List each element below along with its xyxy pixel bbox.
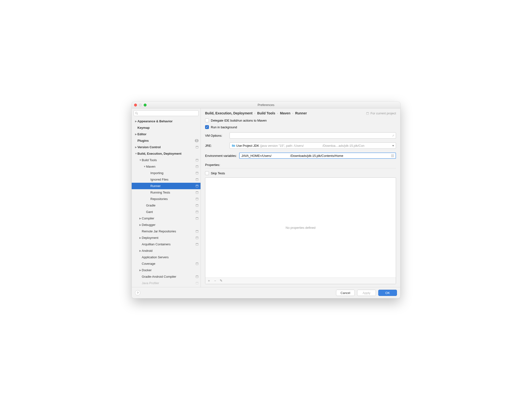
ok-button[interactable]: OK: [378, 290, 397, 296]
chevron-right-icon: ▶: [134, 133, 137, 135]
crumb-build-execution-deployment[interactable]: Build, Execution, Deployment: [205, 111, 253, 115]
tree-item-application-servers[interactable]: ▶Application Servers: [132, 254, 201, 260]
tree-item-appearance-behavior[interactable]: ▶Appearance & Behavior: [132, 118, 201, 124]
project-icon: [196, 171, 199, 175]
expand-icon[interactable]: ⤢: [392, 134, 394, 137]
tree-item-importing[interactable]: ▶Importing: [132, 170, 201, 176]
preferences-window: Preferences ▶Appearance & Behavior▶Keyma…: [132, 102, 400, 298]
tree-item-label: Coverage: [142, 262, 195, 266]
help-button[interactable]: ?: [135, 290, 140, 295]
svg-rect-33: [196, 282, 198, 282]
list-icon[interactable]: [391, 154, 394, 157]
tree-item-label: Arquillian Containers: [142, 242, 195, 246]
project-icon: [196, 146, 199, 149]
chevron-right-icon: ▶: [139, 236, 142, 239]
project-icon: [196, 165, 199, 168]
tree-item-label: Gradle: [146, 203, 195, 207]
svg-rect-36: [232, 145, 235, 147]
tree-item-label: Application Servers: [142, 255, 199, 259]
tree-item-gradle[interactable]: ▶Gradle: [132, 202, 201, 209]
settings-tree[interactable]: ▶Appearance & Behavior▶Keymap▶Editor▶Plu…: [132, 118, 201, 287]
tree-item-maven[interactable]: ▼Maven: [132, 163, 201, 170]
delegate-checkbox-row[interactable]: Delegate IDE build/run actions to Maven: [205, 119, 396, 122]
jre-dropdown[interactable]: Use Project JDK (java version "15", path…: [229, 142, 396, 149]
tree-item-remote-jar-repositories[interactable]: ▶Remote Jar Repositories: [132, 228, 201, 235]
edit-icon[interactable]: ✎: [220, 279, 222, 283]
svg-rect-31: [196, 276, 198, 276]
vm-options-input[interactable]: ⤢: [229, 132, 396, 139]
form-body: Delegate IDE build/run actions to Maven …: [201, 117, 400, 287]
tree-item-label: Repositories: [150, 197, 195, 201]
tree-item-build-tools[interactable]: ▼Build Tools: [132, 157, 201, 163]
tree-item-java-profiler[interactable]: ▶Java Profiler: [132, 280, 201, 286]
crumb-runner: Runner: [295, 111, 307, 115]
svg-rect-29: [196, 263, 198, 263]
tree-item-label: Android: [142, 249, 199, 253]
tree-item-coverage[interactable]: ▶Coverage: [132, 260, 201, 267]
add-icon[interactable]: ＋: [207, 279, 211, 283]
tree-item-editor[interactable]: ▶Editor: [132, 131, 201, 137]
env-vars-label: Environment variables:: [205, 154, 237, 158]
tree-item-label: Docker: [142, 268, 199, 272]
env-vars-row: Environment variables: JAVA_HOME=/Users/…: [205, 152, 396, 159]
tree-item-runner[interactable]: ▶Runner: [132, 183, 201, 189]
tree-item-label: Java Profiler: [142, 281, 195, 285]
titlebar: Preferences: [132, 102, 400, 108]
env-vars-input[interactable]: JAVA_HOME=/Users//Downloads/jdk-15.jdk/C…: [239, 152, 396, 159]
svg-rect-5: [196, 165, 198, 166]
tree-item-debugger[interactable]: ▶Debugger: [132, 222, 201, 228]
tree-item-compiler[interactable]: ▶Compiler: [132, 215, 201, 222]
checkbox-unchecked-icon[interactable]: [205, 119, 209, 122]
svg-rect-3: [196, 159, 198, 159]
tree-item-deployment[interactable]: ▶Deployment: [132, 235, 201, 241]
delegate-label: Delegate IDE build/run actions to Maven: [211, 119, 267, 122]
vm-options-label: VM Options:: [205, 134, 227, 137]
chevron-down-icon: ▼: [392, 144, 394, 147]
tree-item-docker[interactable]: ▶Docker: [132, 267, 201, 273]
project-icon: [196, 236, 199, 239]
properties-empty-text: No properties defined: [205, 178, 396, 278]
run-in-background-label: Run in background: [211, 125, 237, 129]
tree-item-ignored-files[interactable]: ▶Ignored Files: [132, 176, 201, 183]
tree-item-build-execution-deployment[interactable]: ▼Build, Execution, Deployment: [132, 150, 201, 157]
svg-rect-11: [196, 185, 198, 185]
tree-item-keymap[interactable]: ▶Keymap: [132, 124, 201, 131]
svg-rect-23: [196, 230, 198, 231]
vm-options-row: VM Options: ⤢: [205, 132, 396, 139]
crumb-maven[interactable]: Maven: [280, 111, 291, 115]
tree-item-android[interactable]: ▶Android: [132, 248, 201, 254]
properties-toolbar: ＋ － ✎: [205, 278, 396, 284]
skip-tests-checkbox-row[interactable]: Skip Tests: [205, 171, 396, 175]
project-icon: [196, 281, 199, 285]
apply-button[interactable]: Apply: [357, 290, 376, 296]
tree-item-running-tests[interactable]: ▶Running Tests: [132, 189, 201, 196]
tree-item-label: Appearance & Behavior: [137, 120, 199, 123]
tree-item-repositories[interactable]: ▶Repositories: [132, 196, 201, 202]
tree-item-label: Running Tests: [150, 191, 195, 194]
tree-item-label: Remote Jar Repositories: [142, 229, 195, 233]
tree-item-arquillian-containers[interactable]: ▶Arquillian Containers: [132, 241, 201, 248]
run-in-background-checkbox-row[interactable]: ✓ Run in background: [205, 125, 396, 129]
project-icon: [196, 210, 199, 213]
checkbox-checked-icon[interactable]: ✓: [205, 125, 209, 129]
sidebar: ▶Appearance & Behavior▶Keymap▶Editor▶Plu…: [132, 108, 201, 287]
crumb-build-tools[interactable]: Build Tools: [257, 111, 275, 115]
tree-item-gradle-android-compiler[interactable]: ▶Gradle-Android Compiler: [132, 273, 201, 280]
project-icon: [196, 159, 199, 162]
tree-item-version-control[interactable]: ▶Version Control: [132, 144, 201, 150]
folder-icon: [232, 144, 235, 147]
search-wrap: [132, 108, 201, 118]
search-input[interactable]: [133, 110, 199, 116]
window-title: Preferences: [132, 103, 400, 107]
jre-label: JRE:: [205, 144, 227, 147]
tree-item-plugins[interactable]: ▶Plugins1: [132, 137, 201, 144]
update-badge: 1: [195, 139, 199, 142]
remove-icon[interactable]: －: [214, 279, 217, 283]
checkbox-unchecked-icon[interactable]: [205, 171, 209, 175]
cancel-button[interactable]: Cancel: [336, 290, 355, 296]
tree-item-label: Deployment: [142, 236, 195, 240]
tree-item-gant[interactable]: ▶Gant: [132, 209, 201, 215]
chevron-down-icon: ▼: [143, 165, 146, 168]
chevron-down-icon: ▼: [134, 152, 137, 155]
svg-rect-13: [196, 191, 198, 192]
